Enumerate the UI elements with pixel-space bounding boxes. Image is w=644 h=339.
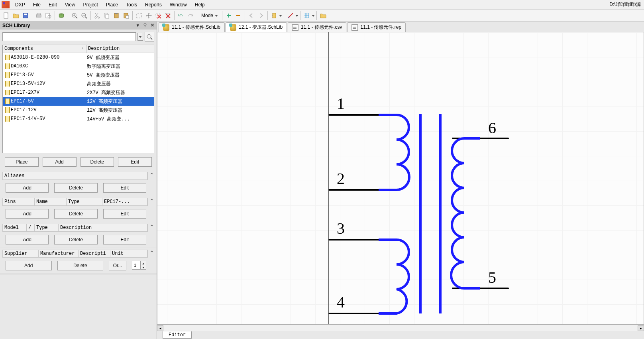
quantity-spinner[interactable]: 1 ▲▼ [132,261,146,270]
pins-delete-button[interactable]: Delete [54,209,97,219]
minus-button[interactable] [234,11,243,20]
pins-header[interactable]: Pins Name Type EPC17-... [2,198,148,206]
aliases-edit-button[interactable]: Edit [103,183,146,193]
menu-window[interactable]: Window [166,1,191,9]
component-row[interactable]: AS3018-E-0280-090 9V 低频变压器 [3,53,154,62]
print-preview-button[interactable] [43,11,53,20]
svg-rect-25 [137,13,141,18]
menu-place[interactable]: Place [102,1,122,9]
scroll-right-icon[interactable]: ▸ [638,325,644,331]
svg-text:6: 6 [488,119,496,137]
supplier-add-button[interactable]: Add [6,261,52,270]
redo-button[interactable] [186,11,195,20]
draw-tool-button[interactable] [286,11,295,20]
plus-button[interactable] [224,11,234,20]
collapse-icon[interactable]: ⌃ [149,198,154,204]
supplier-header[interactable]: Supplier Manufacturer Descripti Unit [2,250,148,258]
undo-button[interactable] [176,11,186,20]
paste-special-button[interactable] [121,11,131,20]
svg-rect-0 [4,13,8,18]
model-header[interactable]: Model / Type Description [2,224,148,232]
supplier-delete-button[interactable]: Delete [57,261,104,270]
document-tab[interactable]: 11.1 - 传感元件.csv [288,22,346,32]
library-filter-input[interactable] [2,32,136,41]
edit-button[interactable]: Edit [118,157,152,167]
component-row[interactable]: EPC17-5V 12V 高频变压器 [3,97,154,106]
component-list-header[interactable]: Components/ Description [3,45,154,53]
spin-down-icon[interactable]: ▼ [141,265,146,269]
zoom-out-button[interactable] [79,11,89,20]
menu-tools[interactable]: Tools [122,1,141,9]
document-tab[interactable]: 11.1 - 传感元件.SchLib [159,22,225,32]
open-button[interactable] [11,11,21,20]
copy-button[interactable] [102,11,112,20]
scroll-left-icon[interactable]: ◂ [157,325,163,331]
select-rect-button[interactable] [134,11,144,20]
delete-button[interactable]: Delete [80,157,114,167]
nav-forward-button[interactable] [256,11,266,20]
component-row[interactable]: EPC17-12V 12V 高频变压器 [3,106,154,114]
aliases-add-button[interactable]: Add [6,183,49,193]
filter-dropdown-button[interactable] [137,33,143,41]
menu-file[interactable]: File [29,1,45,9]
document-tab[interactable]: 12.1 - 变压器.SchLib [226,22,287,32]
component-icon [3,55,10,60]
find-component-button[interactable] [145,32,154,41]
component-row[interactable]: EPC13-5V 5V 高频变压器 [3,71,154,79]
component-row[interactable]: DA10XC 数字隔离变压器 [3,62,154,71]
spin-up-icon[interactable]: ▲ [141,261,146,265]
save-button[interactable] [21,11,30,20]
zoom-in-button[interactable] [70,11,79,20]
report-icon [351,24,358,31]
component-name: EPC17-5V [10,99,86,104]
collapse-icon[interactable]: ⌃ [149,172,154,178]
component-row[interactable]: EPC17-2X7V 2X7V 高频变压器 [3,88,154,97]
menu-edit[interactable]: Edit [45,1,61,9]
aliases-delete-button[interactable]: Delete [54,183,97,193]
pins-edit-button[interactable]: Edit [103,209,146,219]
print-button[interactable] [34,11,43,20]
panel-dropdown-icon[interactable]: ▾ [134,22,141,28]
menu-reports[interactable]: Reports [141,1,166,9]
horizontal-scrollbar[interactable]: ◂ ▸ [157,325,644,331]
grid-toggle-button[interactable] [302,11,312,20]
cut-button[interactable] [92,11,102,20]
component-row[interactable]: EPC17-14V+5V 14V+5V 高频变... [3,114,154,123]
component-button[interactable] [269,11,279,20]
tab-editor[interactable]: Editor [163,331,192,339]
svg-rect-3 [36,15,41,17]
aliases-header[interactable]: Aliases [2,172,148,180]
paste-button[interactable] [112,11,121,20]
nav-back-button[interactable] [247,11,256,20]
move-button[interactable] [144,11,153,20]
schematic-canvas[interactable]: 1 2 3 4 6 5 [157,32,644,325]
component-row[interactable]: EPC13-5V+12V 高频变压器 [3,79,154,88]
component-list: Components/ Description AS3018-E-0280-09… [2,45,154,153]
clear-filter-button[interactable] [163,11,173,20]
document-tab[interactable]: 11.1 - 传感元件.rep [347,22,406,32]
panel-pin-icon[interactable] [141,22,149,28]
menu-project[interactable]: Project [79,1,102,9]
pins-add-button[interactable]: Add [6,209,49,219]
model-edit-button[interactable]: Edit [103,235,146,244]
menu-view[interactable]: View [61,1,79,9]
menu-help[interactable]: Help [191,1,209,9]
stack-button[interactable] [57,11,66,20]
supplier-order-button[interactable]: Or... [109,261,126,270]
transformer-schematic: 1 2 3 4 6 5 [157,32,644,325]
panel-close-icon[interactable]: ✕ [149,22,156,28]
svg-point-58 [507,138,509,139]
add-button[interactable]: Add [43,157,77,167]
new-file-button[interactable] [2,11,11,20]
component-icon [3,81,10,87]
place-button[interactable]: Place [5,157,39,167]
collapse-icon[interactable]: ⌃ [149,224,154,230]
collapse-icon[interactable]: ⌃ [149,250,154,256]
folder-button[interactable] [318,11,328,20]
model-add-button[interactable]: Add [6,235,49,244]
mode-dropdown[interactable]: Mode [199,13,220,18]
component-desc: 9V 低频变压器 [86,54,154,61]
deselect-button[interactable] [153,11,163,20]
menu-dxp[interactable]: DXP [11,1,29,9]
model-delete-button[interactable]: Delete [54,235,97,244]
